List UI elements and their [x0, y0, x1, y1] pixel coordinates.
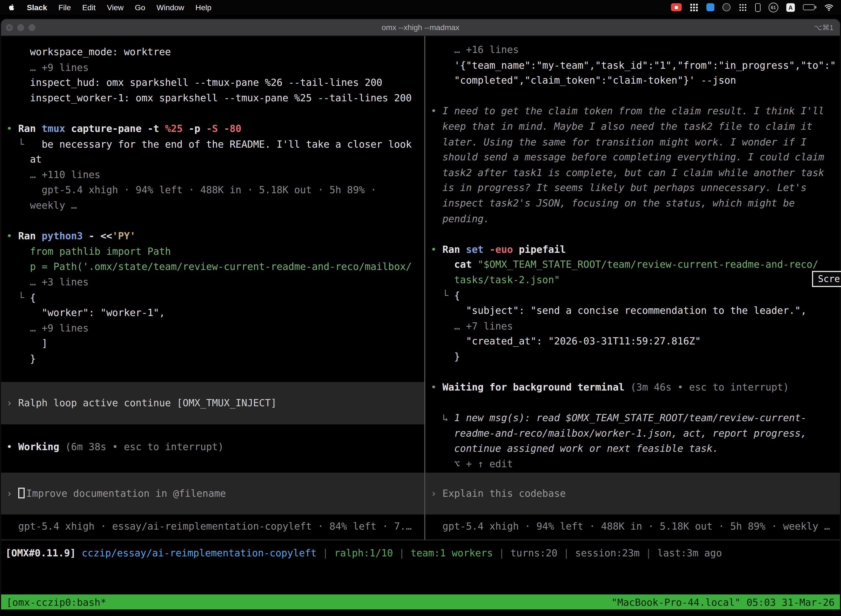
text-segment: -80	[224, 123, 242, 134]
terminal-line: inspect_hud: omx sparkshell --tmux-pane …	[6, 75, 424, 91]
menu-app-name[interactable]: Slack	[27, 3, 47, 12]
menu-edit[interactable]: Edit	[82, 3, 96, 12]
apple-menu-icon[interactable]	[7, 3, 15, 11]
terminal-line: }	[6, 351, 424, 367]
text-segment: task2 after task1 is complete, but can I…	[431, 167, 824, 178]
compose-input-band[interactable]: › Explain this codebase	[425, 472, 840, 515]
text-segment: •	[6, 230, 18, 242]
text-segment: … +9 lines	[6, 62, 89, 73]
text-segment: ›	[6, 397, 18, 408]
mailbox-message-line: ↳ 1 new msg(s): read $OMX_TEAM_STATE_ROO…	[431, 411, 840, 426]
battery-percentage-badge[interactable]: 61	[769, 3, 778, 12]
text-segment: "$OMX_TEAM_STATE_ROOT/team/review-curren…	[478, 259, 818, 270]
text-segment: └	[6, 138, 30, 150]
terminal-line: └ be necessary for the end of the README…	[6, 136, 424, 152]
left-pane-flow: workspace_mode: worktree … +9 lines insp…	[6, 44, 424, 455]
text-segment: Ran	[18, 230, 42, 242]
menu-view[interactable]: View	[107, 3, 124, 12]
edit-hint: ⌥ + ↑ edit	[431, 458, 513, 469]
tmux-pane-right[interactable]: … +16 lines '{"team_name":"my-team","tas…	[425, 36, 840, 540]
compose-placeholder: Explain this codebase	[442, 488, 566, 499]
ran-set-line: • Ran set -euo pipefail	[431, 242, 840, 257]
terminal-line: "created_at": "2026-03-31T11:59:27.816Z"	[431, 334, 840, 349]
text-segment: is in progress? It seems likely but perh…	[431, 182, 806, 194]
right-pane-flow: … +16 lines '{"team_name":"my-team","tas…	[431, 43, 840, 472]
tmux-pane-left[interactable]: workspace_mode: worktree … +9 lines insp…	[1, 36, 424, 540]
terminal-line: … +7 lines	[431, 318, 840, 334]
terminal-line: at	[6, 152, 424, 167]
keypad-grid-icon[interactable]	[690, 3, 698, 12]
working-status-line: • Working (6m 38s • esc to interrupt)	[6, 440, 424, 455]
thinking-line: later. Using the same for transition mig…	[431, 134, 840, 150]
thinking-line: keep that in mind. Maybe I also need the…	[431, 119, 840, 134]
wifi-icon[interactable]	[825, 3, 834, 11]
model-status-line: gpt-5.4 xhigh · 94% left · 488K in · 5.1…	[431, 519, 840, 535]
menu-bar: Slack File Edit View Go Window Help 61 A	[0, 0, 841, 14]
text-segment: }	[431, 351, 460, 362]
text-segment: … +9 lines	[6, 322, 89, 334]
text-segment: pipefail	[519, 243, 566, 255]
ran-tmux-capture-line: • Ran tmux capture-pane -t %25 -p -S -80	[6, 121, 424, 136]
text-segment: … +7 lines	[431, 320, 513, 331]
menu-help[interactable]: Help	[195, 3, 211, 12]
blue-app-icon[interactable]	[706, 3, 714, 11]
model-status-left: gpt-5.4 xhigh · essay/ai-reimplementatio…	[6, 521, 412, 532]
left-pane-bottom: › Improve documentation in @filename gpt…	[6, 472, 424, 540]
terminal-line: … +110 lines	[6, 167, 424, 183]
text-segment: |	[393, 547, 410, 559]
text-segment: inspect_worker-1: omx sparkshell --tmux-…	[6, 92, 412, 104]
text-segment: •	[431, 381, 442, 393]
menu-go[interactable]: Go	[135, 3, 145, 12]
working-timer: (6m 38s • esc to interrupt)	[65, 441, 224, 452]
tmux-status-bar: [omx-cczip0:bash* "MacBook-Pro-44.local"…	[1, 594, 840, 609]
tmux-host-time: "MacBook-Pro-44.local" 05:03 31-Mar-26	[611, 596, 835, 608]
battery-icon[interactable]	[803, 4, 816, 10]
thinking-line: inspect task2's JSON, focusing on the st…	[431, 196, 840, 211]
tmux-session-info: [omx-cczip0:bash*	[6, 596, 106, 608]
notification-tooltip-text: Scre	[818, 273, 840, 284]
input-source-icon[interactable]: A	[786, 3, 795, 12]
notification-tooltip[interactable]: Scre	[812, 271, 841, 287]
text-segment: … +3 lines	[6, 276, 89, 287]
terminal-line: workspace_mode: worktree	[6, 44, 424, 60]
waiting-timer: (3m 46s • esc to interrupt)	[630, 381, 789, 393]
text-segment: … +110 lines	[6, 169, 100, 180]
text-segment: I need to get the claim token from the c…	[442, 106, 825, 117]
terminal-line: … +16 lines	[431, 43, 840, 58]
text-segment: |	[317, 547, 334, 559]
screen-recording-icon[interactable]	[671, 3, 682, 11]
dark-app-icon[interactable]	[722, 3, 730, 11]
text-segment: └	[431, 289, 454, 301]
terminal-line: ]	[6, 336, 424, 351]
turns-counter: turns:20	[510, 547, 557, 559]
text-segment: pending.	[431, 213, 489, 224]
terminal-line: … +3 lines	[6, 274, 424, 290]
text-segment: later. Using the same for transition mig…	[431, 136, 806, 147]
text-segment: gpt-5.4 xhigh · 94% left · 488K in · 5.1…	[6, 184, 377, 195]
blank-line	[431, 395, 840, 411]
terminal-line: inspect_worker-1: omx sparkshell --tmux-…	[6, 91, 424, 106]
terminal-line: tasks/task-2.json"	[431, 273, 840, 288]
ralph-loop-message: Ralph loop active continue [OMX_TMUX_INJ…	[18, 397, 277, 408]
text-segment: |	[640, 547, 657, 559]
text-segment: 1 new msg(s): read $OMX_TEAM_STATE_ROOT/…	[454, 412, 806, 423]
terminal-line: └ {	[6, 290, 424, 305]
app-grid-dots-icon[interactable]	[738, 3, 747, 12]
text-segment: •	[6, 441, 18, 452]
compose-input-band[interactable]: › Improve documentation in @filename	[1, 472, 424, 515]
terminal-line: from pathlib import Path	[6, 244, 424, 260]
text-segment: '{"team_name":"my-team","task_id":"1","f…	[431, 59, 836, 70]
thinking-line: task2 after task1 is complete, but can I…	[431, 165, 840, 180]
terminal-line: cat "$OMX_TEAM_STATE_ROOT/team/review-cu…	[431, 257, 840, 273]
text-segment: •	[431, 243, 442, 255]
compose-placeholder: Improve documentation in @filename	[26, 488, 226, 499]
text-segment: p = Path('.omx/state/team/review-current…	[6, 261, 412, 272]
phone-mirroring-icon[interactable]	[755, 3, 760, 12]
window-titlebar[interactable]: omx --xhigh --madmax ⌥⌘1	[1, 19, 840, 36]
terminal-window: omx --xhigh --madmax ⌥⌘1 workspace_mode:…	[1, 19, 840, 609]
text-segment: └	[6, 292, 30, 303]
ralph-loop-band[interactable]: › Ralph loop active continue [OMX_TMUX_I…	[1, 382, 424, 424]
menu-window[interactable]: Window	[157, 3, 184, 12]
omx-version: [OMX#0.11.9]	[5, 547, 82, 559]
menu-file[interactable]: File	[59, 3, 71, 12]
